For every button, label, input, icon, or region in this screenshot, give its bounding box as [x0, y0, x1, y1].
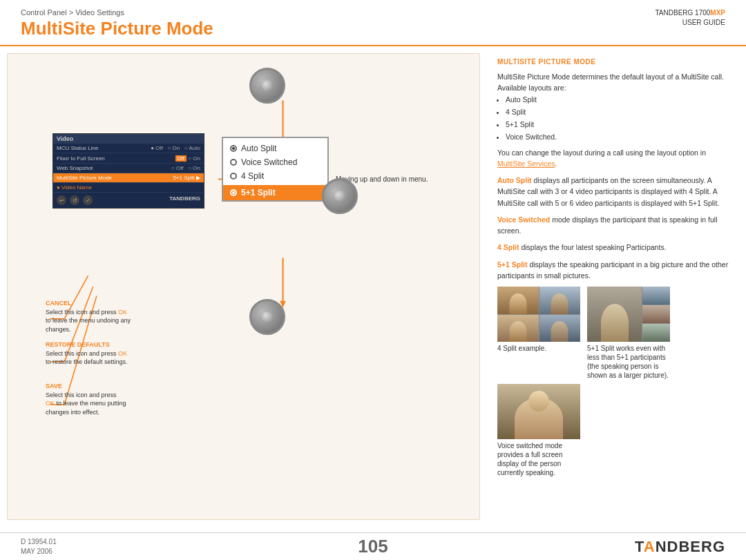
- cancel-annotation: CANCEL Select this icon and press OK to …: [46, 299, 131, 334]
- footer-brand: TANDBERG: [635, 538, 725, 556]
- four-split-caption: 4 Split example.: [497, 344, 580, 353]
- photo-cell-3: [497, 315, 539, 342]
- guide-label: USER GUIDE: [655, 18, 725, 28]
- main-content: Video MCU Status Line ● Off ○ On ○ Auto …: [0, 46, 746, 527]
- voice-switched-photo-box: Voice switched mode provides a full scre…: [497, 384, 580, 477]
- layouts-list: Auto Split 4 Split 5+1 Split Voice Switc…: [506, 94, 732, 143]
- four-split-photo-box: 4 Split example.: [497, 287, 580, 380]
- option-5plus1-split[interactable]: 5+1 Split: [223, 185, 327, 200]
- voice-switched-desc: Voice Switched mode displays the partici…: [497, 214, 732, 237]
- photo-cell-1: [497, 287, 539, 314]
- footer-doc-info: D 13954.01 MAY 2006: [21, 537, 57, 557]
- tandberg-menu-brand: TANDBERG: [169, 195, 200, 205]
- brand-name: TANDBERG 1700MXP: [655, 8, 725, 18]
- right-info-panel: MULTISITE PICTURE MODE MultiSite Picture…: [484, 46, 746, 527]
- four-split-desc: 4 Split displays the four latest speakin…: [497, 242, 732, 253]
- menu-bottom-icons: ↩ ↺ ✓ TANDBERG: [53, 193, 204, 208]
- voice-switched-caption: Voice switched mode provides a full scre…: [497, 441, 580, 477]
- menu-row-mcu: MCU Status Line ● Off ○ On ○ Auto: [53, 144, 204, 153]
- option-voice-switched[interactable]: Voice Switched: [230, 157, 321, 167]
- page-number: 105: [358, 536, 388, 557]
- radio-voice-switched: [230, 159, 237, 166]
- option-auto-split[interactable]: Auto Split: [230, 144, 321, 153]
- cancel-icon[interactable]: ↩: [57, 195, 66, 205]
- breadcrumb: Control Panel > Video Settings: [21, 8, 725, 17]
- save-icon[interactable]: ✓: [83, 195, 93, 205]
- voice-switched-photo: [497, 384, 580, 439]
- doc-date: MAY 2006: [21, 547, 57, 557]
- top-dial: [249, 68, 285, 104]
- bottom-dial: [249, 299, 285, 335]
- connector-lines: [8, 54, 479, 519]
- restore-icon[interactable]: ↺: [70, 195, 79, 205]
- page-title: MultiSite Picture Mode: [21, 18, 725, 39]
- menu-title: Video: [53, 134, 204, 144]
- page-footer: D 13954.01 MAY 2006 105 TANDBERG: [0, 532, 746, 560]
- menu-panel: Video MCU Status Line ● Off ○ On ○ Auto …: [52, 133, 204, 209]
- five-split-photo: [587, 287, 670, 342]
- menu-row-videoname: ● Video Name: [53, 183, 204, 193]
- right-intro: MultiSite Picture Mode determines the de…: [497, 71, 732, 169]
- brand-header: TANDBERG 1700MXP USER GUIDE: [655, 8, 725, 28]
- auto-split-desc: Auto Split displays all participants on …: [497, 175, 732, 209]
- multisite-link[interactable]: MultiSite Services: [497, 160, 555, 168]
- radio-4-split: [230, 173, 237, 180]
- option-4-split[interactable]: 4 Split: [230, 171, 321, 181]
- radio-auto-split: [230, 145, 237, 152]
- four-split-photo: [497, 287, 580, 342]
- photo-cell-4: [539, 315, 581, 342]
- photos-row-2: Voice switched mode provides a full scre…: [497, 384, 732, 477]
- menu-row-web: Web Snapshot ○ Off ○ On: [53, 164, 204, 173]
- page-header: Control Panel > Video Settings MultiSite…: [0, 0, 746, 46]
- menu-row-floor: Floor to Full Screen Off ○ On: [53, 153, 204, 164]
- photos-row-1: 4 Split example. 5+1 Split works even wi…: [497, 287, 732, 380]
- five-split-desc: 5+1 Split displays the speaking particip…: [497, 259, 732, 282]
- split-options-box: Auto Split Voice Switched 4 Split 5+1 Sp…: [222, 137, 329, 202]
- radio-5plus1-split: [230, 189, 237, 196]
- right-section-title: MULTISITE PICTURE MODE: [497, 57, 732, 67]
- menu-row-multisite: MultiSite Picture Mode 5+1 Split ▶: [53, 173, 204, 183]
- restore-annotation: RESTORE DEFAULTS Select this icon and pr…: [46, 340, 128, 367]
- doc-number: D 13954.01: [21, 537, 57, 547]
- right-nav-dial: [322, 178, 358, 214]
- photo-cell-2: [539, 287, 581, 314]
- save-annotation: SAVE Select this icon and press OK to le…: [46, 382, 126, 416]
- five-split-photo-box: 5+1 Split works even with less than 5+1 …: [587, 287, 670, 380]
- five-split-caption: 5+1 Split works even with less than 5+1 …: [587, 344, 670, 380]
- diagram-area: Video MCU Status Line ● Off ○ On ○ Auto …: [7, 53, 480, 520]
